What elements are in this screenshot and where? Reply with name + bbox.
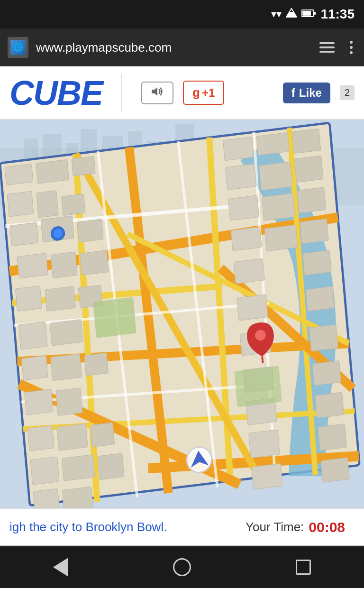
svg-rect-90 <box>252 463 282 489</box>
svg-rect-46 <box>51 252 77 278</box>
svg-rect-3 <box>302 11 311 16</box>
svg-rect-89 <box>318 424 347 451</box>
android-nav-bar <box>0 546 364 588</box>
browser-more-button[interactable] <box>346 37 356 58</box>
svg-rect-75 <box>309 325 338 351</box>
signal-icon <box>286 8 297 21</box>
svg-rect-81 <box>98 453 124 480</box>
svg-rect-64 <box>228 195 259 221</box>
recent-icon <box>296 560 311 575</box>
svg-rect-83 <box>62 487 93 508</box>
gplus-button[interactable]: g +1 <box>183 81 224 105</box>
browser-bar: www.playmapscube.com <box>0 28 364 66</box>
svg-rect-92 <box>93 297 136 338</box>
battery-icon <box>301 8 316 20</box>
svg-rect-78 <box>91 423 115 447</box>
cube-logo: CUBE <box>9 74 102 112</box>
svg-rect-68 <box>264 225 298 251</box>
browser-url[interactable]: www.playmapscube.com <box>36 40 308 55</box>
timer-section: Your Time: 00:08 <box>231 519 364 535</box>
status-time: 11:35 <box>320 7 355 22</box>
dot-3 <box>350 51 353 54</box>
svg-rect-45 <box>17 253 48 278</box>
dot-2 <box>350 46 353 49</box>
status-icons: ▾▾ 11:35 <box>271 7 355 22</box>
svg-rect-79 <box>30 457 59 485</box>
svg-rect-71 <box>303 250 331 276</box>
svg-rect-85 <box>312 361 341 386</box>
svg-rect-72 <box>237 294 268 321</box>
favicon-image <box>10 40 26 55</box>
svg-rect-37 <box>36 159 69 184</box>
svg-rect-38 <box>72 156 95 176</box>
svg-rect-70 <box>234 258 264 284</box>
svg-marker-1 <box>286 9 297 17</box>
svg-rect-48 <box>15 286 42 312</box>
svg-rect-36 <box>5 164 33 185</box>
svg-rect-67 <box>231 227 262 251</box>
svg-rect-65 <box>262 193 295 221</box>
svg-rect-69 <box>300 219 328 244</box>
svg-rect-62 <box>259 162 292 190</box>
bottom-info-bar: igh the city to Brooklyn Bowl. Your Time… <box>0 508 364 546</box>
menu-line-2 <box>319 46 335 48</box>
svg-rect-63 <box>294 156 323 182</box>
wifi-icon: ▾▾ <box>271 8 282 20</box>
svg-rect-44 <box>77 219 103 242</box>
back-icon <box>53 558 68 577</box>
svg-rect-49 <box>45 286 75 311</box>
sound-icon <box>151 86 164 100</box>
svg-rect-82 <box>33 488 60 508</box>
svg-rect-60 <box>292 129 320 154</box>
navigation-text: igh the city to Brooklyn Bowl. <box>0 520 231 534</box>
gplus-icon: g <box>192 85 200 100</box>
map-container[interactable] <box>0 120 364 508</box>
map-3d-background <box>0 120 364 508</box>
menu-line-3 <box>319 51 335 53</box>
facebook-like-button[interactable]: f Like <box>283 83 330 103</box>
svg-rect-76 <box>27 425 54 451</box>
svg-rect-39 <box>7 191 34 217</box>
sound-button[interactable] <box>141 82 173 104</box>
android-back-button[interactable] <box>46 553 75 581</box>
like-count-badge: 2 <box>340 85 355 100</box>
svg-rect-47 <box>80 250 108 276</box>
status-bar: ▾▾ 11:35 <box>0 0 364 28</box>
browser-favicon <box>8 37 28 58</box>
timer-value: 00:08 <box>309 519 345 535</box>
svg-rect-41 <box>61 194 85 216</box>
svg-rect-91 <box>321 458 349 483</box>
svg-rect-4 <box>314 12 316 15</box>
timer-label: Your Time: <box>246 520 304 534</box>
svg-rect-87 <box>315 392 344 418</box>
svg-rect-73 <box>306 286 334 312</box>
svg-line-98 <box>262 357 263 363</box>
header-bar: CUBE g +1 f Like 2 <box>0 66 364 120</box>
header-separator <box>121 74 122 112</box>
dot-1 <box>350 41 353 44</box>
svg-marker-5 <box>152 87 157 96</box>
svg-rect-54 <box>51 354 82 381</box>
svg-rect-58 <box>223 137 254 161</box>
android-recent-button[interactable] <box>289 553 318 581</box>
svg-rect-80 <box>62 455 95 481</box>
svg-rect-40 <box>36 191 59 218</box>
svg-rect-42 <box>10 222 38 246</box>
svg-rect-77 <box>57 423 88 451</box>
svg-rect-53 <box>21 356 48 380</box>
facebook-like-text: Like <box>299 86 322 100</box>
svg-rect-88 <box>249 430 280 458</box>
svg-rect-59 <box>256 132 289 155</box>
android-home-button[interactable] <box>168 553 196 581</box>
menu-line-1 <box>319 42 335 44</box>
svg-rect-57 <box>56 388 82 416</box>
facebook-icon: f <box>291 86 295 100</box>
svg-rect-52 <box>50 320 83 346</box>
gplus-label: +1 <box>202 86 215 100</box>
svg-rect-66 <box>297 187 326 213</box>
browser-menu-button[interactable] <box>316 38 338 56</box>
svg-rect-51 <box>18 322 47 349</box>
svg-rect-56 <box>25 389 54 415</box>
svg-rect-61 <box>226 164 256 190</box>
svg-rect-55 <box>84 353 109 376</box>
